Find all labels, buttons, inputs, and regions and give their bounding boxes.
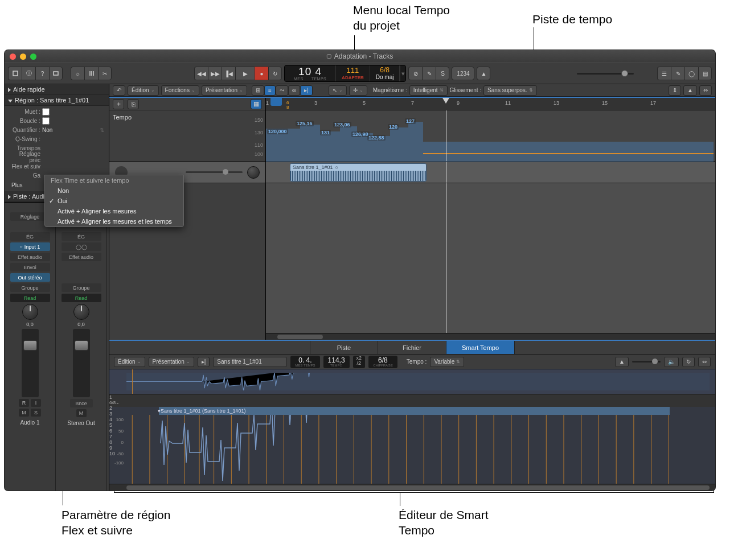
speaker-icon[interactable]: 🔈 [664,357,679,367]
editor-catch-button[interactable]: ▸| [198,357,210,367]
mute-checkbox[interactable] [42,108,50,116]
output-slot[interactable]: Out stéréo [10,273,50,282]
loop-button[interactable]: ∞ [288,85,300,96]
editor-file-field[interactable]: Sans titre 1_1#01 [213,357,287,367]
input-slot[interactable]: ○Input 1 [10,242,50,251]
tempo-lane[interactable]: 120,000 125,16 131 123,06 126,98 122,88 … [266,110,715,162]
catch-button[interactable]: ▸| [300,85,313,96]
automation-mode[interactable]: Read [62,294,101,302]
bounce-button[interactable]: Bnce [70,399,93,407]
eq-slot[interactable]: ÉG [62,232,101,241]
group-slot[interactable]: Groupe [62,283,101,292]
editor-main-wave[interactable]: ▾Sans titre 1_1#01 (Sans titre 1_1#01) 1… [109,407,715,484]
cycle-button[interactable]: ↻ [268,67,282,80]
tempo-point[interactable]: 125,16 [296,121,314,126]
solo-button[interactable]: S [436,67,449,80]
lcd-menu-arrow[interactable]: ▾ [400,65,405,81]
quantize-value[interactable]: Non [42,127,52,133]
snap-menu[interactable]: Intelligent⇅ [409,85,448,96]
volume-fader[interactable] [22,329,39,397]
vzoom-button[interactable]: ⇕ [669,85,681,96]
record-button[interactable]: ● [255,67,268,80]
browser-button[interactable]: ▤ [698,67,712,80]
library-button[interactable] [8,67,22,80]
drag-menu[interactable]: Sans superpos.⇅ [483,85,537,96]
zoom-window-button[interactable] [30,53,36,60]
tempo-point[interactable]: 127 [405,118,416,124]
dropdown-item[interactable]: Non [45,186,183,196]
automation-mode[interactable]: Read [10,294,50,302]
tab-smart-tempo[interactable]: Smart Tempo [446,341,515,354]
flex-button[interactable]: ⤳ [276,85,288,96]
playhead[interactable] [442,98,449,104]
eq-slot[interactable]: ÉG [10,232,50,241]
chevron-updown-icon[interactable]: ⇅ [100,127,104,133]
tempo-point[interactable]: 126,98 [351,131,370,137]
audio-lane[interactable]: Sans titre 1_1#01○ [266,162,715,183]
volume-fader[interactable] [73,329,90,397]
arrange-area[interactable]: 1 6 8 3 5 7 9 11 13 15 17 [266,98,715,340]
mute-button[interactable]: M [76,409,87,417]
hzoom-icon[interactable]: ⇔ [698,357,711,367]
metronome-button[interactable]: ▲ [477,67,490,80]
track-volume-slider[interactable] [186,171,243,173]
list-editors-button[interactable]: ☰ [657,67,671,80]
editor-ruler[interactable]: 1 6/8⌄ 2 3 4 5 6 7 8 9 10 [109,394,715,407]
tab-fichier[interactable]: Fichier [378,341,446,354]
hzoom-button[interactable]: ⇔ [699,85,712,96]
autopunch-button[interactable]: ✎ [422,67,436,80]
tab-piste[interactable]: Piste [310,341,378,354]
view-menu[interactable]: Présentation⌄ [202,85,247,96]
editor-edit-menu[interactable]: Édition⌄ [114,357,145,367]
audio-fx-slot[interactable]: Effet audio [10,253,50,261]
toolbar-toggle-button[interactable] [49,67,63,80]
alt-tool[interactable]: ✛⌄ [349,85,367,96]
metronome-icon[interactable]: ▲ [615,357,629,367]
replace-button[interactable]: ⊘ [408,67,422,80]
flex-follow-dropdown[interactable]: Flex Time et suivre le tempo Non Oui Act… [44,175,184,227]
group-slot[interactable]: Groupe [10,283,50,292]
lcd-position[interactable]: 10 4 [298,66,322,77]
stop-button[interactable]: ▐◀ [222,67,235,80]
more-disclosure[interactable]: Plus [11,182,22,188]
tempo-point[interactable]: 122,88 [367,135,386,141]
project-tempo-menu[interactable]: 111 ADAPTER [336,65,370,81]
inspector-button[interactable]: ⓘ [22,67,35,80]
region-inspector-header[interactable]: Région : Sans titre 1_1#01 [5,95,109,106]
editor-wave-area[interactable]: 1 6/8⌄ 2 3 4 5 6 7 8 9 10 ▾Sans [109,369,715,491]
editor-tempo[interactable]: 114,3 [328,357,345,364]
lcd-signature[interactable]: 6/8 [380,67,390,74]
loops-button[interactable]: ◯ [684,67,698,80]
loop-checkbox[interactable] [42,117,50,125]
solo-button[interactable]: S [31,409,41,417]
add-track-button[interactable]: ＋ [113,99,124,109]
editor-view-menu[interactable]: Présentation⌄ [149,357,194,367]
tempo-point[interactable]: 131 [320,130,331,135]
cycle-locator[interactable] [270,98,282,106]
lcd-key[interactable]: Do maj [376,74,394,80]
editor-volume-slider[interactable] [632,361,661,363]
automation-button[interactable]: ≡ [264,85,276,96]
notepad-button[interactable]: ✎ [671,67,684,80]
audio-region[interactable]: Sans titre 1_1#01○ [290,163,427,182]
minimize-window-button[interactable] [20,53,26,60]
tempo-multiply[interactable]: x2/2 [353,356,366,368]
send-slot[interactable]: Envoi [10,263,50,271]
grid-button[interactable]: ⊞ [252,85,264,96]
pointer-tool[interactable]: ↖⌄ [329,85,347,96]
track-pan-knob[interactable] [247,166,260,179]
waveform-zoom-button[interactable]: ▲ [683,85,697,96]
smart-controls-button[interactable]: ☼ [71,67,84,80]
pan-knob[interactable] [22,304,38,320]
tempo-point[interactable]: 120,000 [267,129,288,134]
master-volume-slider[interactable] [577,73,634,75]
mute-button[interactable]: M [19,409,29,417]
editor-region-header[interactable]: ▾Sans titre 1_1#01 (Sans titre 1_1#01) [159,407,670,415]
input-monitor-button[interactable]: R [19,399,29,407]
mixer-button[interactable] [84,67,98,80]
tempo-mode-menu[interactable]: Variable⇅ [430,357,464,367]
volume-value[interactable]: 0,0 [77,322,85,327]
editor-overview[interactable] [109,369,715,394]
setting-slot[interactable]: Réglage [10,212,50,221]
tempo-track-header[interactable]: Tempo 150 130 110 100 [109,110,265,162]
